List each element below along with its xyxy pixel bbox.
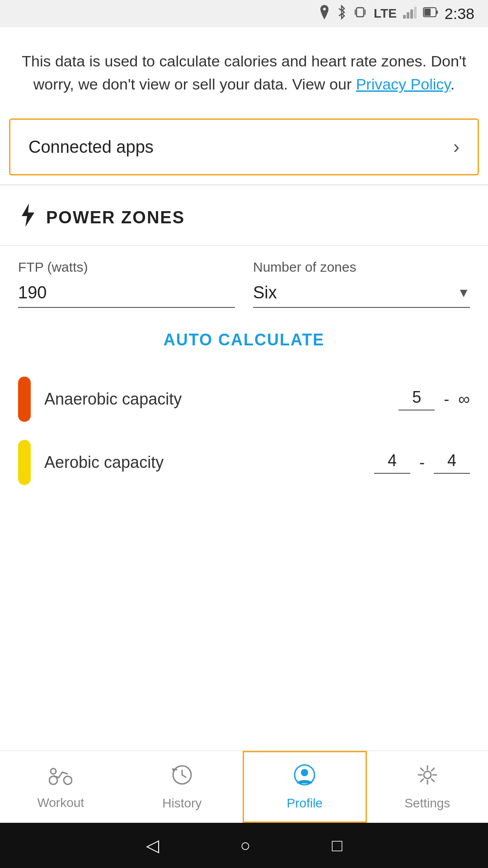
zones-select[interactable]: Six ▼ [253, 283, 470, 308]
battery-icon [423, 6, 438, 22]
nav-label-profile: Profile [287, 796, 323, 811]
system-nav: ◁ ○ □ [0, 823, 488, 868]
svg-marker-10 [22, 203, 34, 227]
ftp-column: FTP (watts) 190 [18, 259, 235, 308]
zone-row-aerobic: Aerobic capacity 4 - 4 [0, 431, 488, 494]
nav-item-settings[interactable]: Settings [367, 751, 488, 823]
zone-min-aerobic[interactable]: 4 [374, 451, 410, 474]
profile-icon [293, 764, 316, 792]
svg-rect-0 [357, 8, 364, 17]
divider-1 [0, 184, 488, 185]
connected-apps-label: Connected apps [28, 137, 154, 157]
connected-apps-button[interactable]: Connected apps › [9, 118, 479, 175]
svg-rect-9 [436, 10, 438, 14]
bottom-nav: Workout History Profile [0, 750, 488, 823]
svg-rect-3 [403, 15, 406, 19]
home-button[interactable]: ○ [240, 836, 251, 855]
svg-rect-2 [365, 9, 366, 15]
status-bar: LTE 2:38 [0, 0, 488, 27]
zones-column: Number of zones Six ▼ [253, 259, 470, 308]
ftp-value: 190 [18, 283, 47, 302]
zone-min-anaerobic[interactable]: 5 [399, 388, 435, 410]
status-time: 2:38 [445, 5, 474, 23]
svg-rect-4 [407, 12, 409, 19]
lte-label: LTE [374, 6, 397, 21]
zone-name-aerobic: Aerobic capacity [44, 453, 361, 472]
zone-dash-aerobic: - [419, 453, 425, 472]
workout-icon [49, 764, 72, 791]
auto-calculate-label: AUTO CALCULATE [164, 330, 325, 349]
svg-point-12 [64, 776, 72, 784]
zone-dash-anaerobic: - [444, 390, 449, 409]
svg-rect-5 [410, 9, 413, 19]
nav-label-workout: Workout [37, 796, 84, 810]
zones-value: Six [253, 283, 277, 302]
vibrate-icon [353, 5, 367, 23]
nav-label-history: History [162, 796, 202, 811]
zone-max-anaerobic: ∞ [458, 390, 470, 409]
ftp-label: FTP (watts) [18, 259, 235, 275]
nav-item-history[interactable]: History [122, 751, 243, 823]
location-icon [319, 5, 330, 23]
status-icons: LTE 2:38 [319, 5, 474, 23]
privacy-description: This data is used to calculate calories … [18, 50, 470, 96]
ftp-zones-row: FTP (watts) 190 Number of zones Six ▼ [0, 259, 488, 308]
auto-calculate-button[interactable]: AUTO CALCULATE [0, 312, 488, 368]
zone-range-anaerobic: 5 - ∞ [399, 388, 470, 410]
power-zones-header: Power Zones [0, 190, 488, 245]
zone-name-anaerobic: Anaerobic capacity [44, 390, 385, 409]
svg-rect-1 [355, 9, 356, 15]
zone-range-aerobic: 4 - 4 [374, 451, 470, 474]
svg-rect-8 [424, 9, 431, 16]
svg-point-17 [424, 771, 431, 778]
recent-button[interactable]: □ [332, 836, 343, 855]
main-content: This data is used to calculate calories … [0, 27, 488, 750]
divider-2 [0, 245, 488, 246]
zone-color-aerobic [18, 440, 31, 485]
signal-icon [403, 6, 417, 22]
ftp-input[interactable]: 190 [18, 283, 235, 308]
zones-label: Number of zones [253, 259, 470, 275]
history-icon [171, 764, 193, 792]
svg-point-16 [301, 769, 308, 776]
power-zones-title: Power Zones [46, 208, 185, 227]
nav-item-workout[interactable]: Workout [0, 751, 122, 823]
bluetooth-icon [337, 5, 347, 23]
settings-icon [416, 764, 439, 792]
zone-row-anaerobic: Anaerobic capacity 5 - ∞ [0, 368, 488, 431]
dropdown-arrow-icon: ▼ [457, 286, 470, 300]
svg-point-13 [49, 776, 57, 784]
zone-color-anaerobic [18, 377, 31, 422]
svg-point-11 [51, 769, 56, 774]
chevron-right-icon: › [453, 136, 460, 158]
svg-rect-6 [414, 7, 417, 19]
nav-item-profile[interactable]: Profile [243, 751, 367, 823]
lightning-icon [18, 203, 36, 232]
privacy-section: This data is used to calculate calories … [0, 27, 488, 114]
back-button[interactable]: ◁ [146, 835, 159, 855]
zone-max-aerobic[interactable]: 4 [434, 451, 470, 474]
privacy-policy-link[interactable]: Privacy Policy [356, 75, 450, 93]
nav-label-settings: Settings [404, 796, 450, 811]
